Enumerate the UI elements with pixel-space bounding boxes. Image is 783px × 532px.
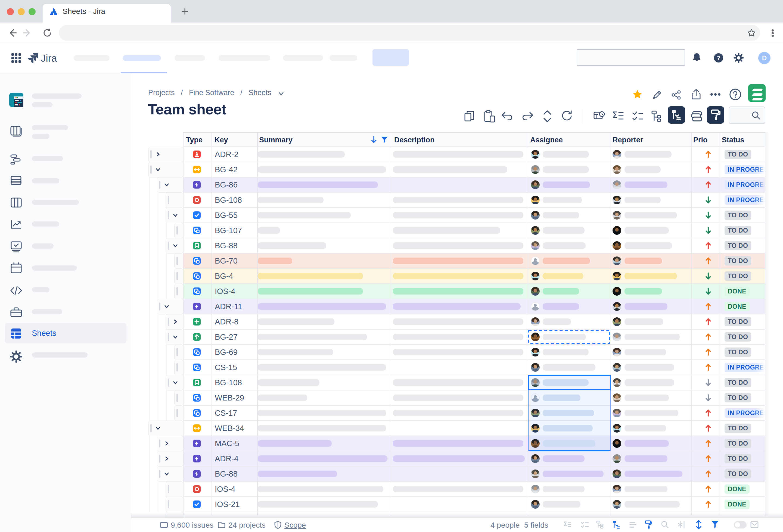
svg-text:?: ? [717,55,720,61]
